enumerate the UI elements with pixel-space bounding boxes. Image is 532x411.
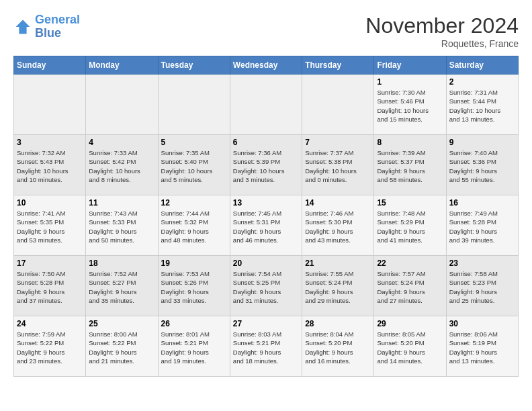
weekday-header-sunday: Sunday [14, 56, 86, 75]
logo-icon [13, 17, 32, 36]
week-row-3: 10Sunrise: 7:41 AM Sunset: 5:35 PM Dayli… [14, 195, 519, 256]
day-info: Sunrise: 7:44 AM Sunset: 5:32 PM Dayligh… [161, 209, 227, 244]
weekday-header-friday: Friday [374, 56, 446, 75]
calendar-cell: 19Sunrise: 7:53 AM Sunset: 5:26 PM Dayli… [158, 256, 230, 316]
day-info: Sunrise: 7:50 AM Sunset: 5:28 PM Dayligh… [17, 269, 83, 305]
calendar-cell: 16Sunrise: 7:49 AM Sunset: 5:28 PM Dayli… [446, 195, 518, 256]
day-info: Sunrise: 7:46 AM Sunset: 5:30 PM Dayligh… [305, 209, 371, 244]
calendar-cell: 29Sunrise: 8:05 AM Sunset: 5:20 PM Dayli… [374, 316, 446, 377]
day-number: 26 [161, 319, 227, 328]
calendar-cell: 8Sunrise: 7:39 AM Sunset: 5:37 PM Daylig… [374, 135, 446, 195]
calendar-cell [158, 75, 230, 135]
day-info: Sunrise: 7:41 AM Sunset: 5:35 PM Dayligh… [17, 209, 83, 244]
weekday-header-monday: Monday [86, 56, 158, 75]
month-title: November 2024 [365, 13, 519, 38]
day-info: Sunrise: 7:36 AM Sunset: 5:39 PM Dayligh… [233, 148, 299, 184]
week-row-1: 1Sunrise: 7:30 AM Sunset: 5:46 PM Daylig… [14, 75, 519, 135]
day-number: 27 [233, 319, 299, 328]
weekday-header-saturday: Saturday [446, 56, 518, 75]
calendar-cell: 22Sunrise: 7:57 AM Sunset: 5:24 PM Dayli… [374, 256, 446, 316]
day-info: Sunrise: 7:58 AM Sunset: 5:23 PM Dayligh… [449, 269, 515, 305]
weekday-header-row: SundayMondayTuesdayWednesdayThursdayFrid… [14, 56, 519, 75]
logo-text: General Blue [35, 13, 80, 40]
title-area: November 2024 Roquettes, France [365, 13, 519, 49]
calendar-cell: 6Sunrise: 7:36 AM Sunset: 5:39 PM Daylig… [230, 135, 302, 195]
day-info: Sunrise: 7:45 AM Sunset: 5:31 PM Dayligh… [233, 209, 299, 244]
day-number: 7 [305, 138, 371, 147]
day-number: 17 [17, 259, 83, 268]
day-number: 1 [377, 77, 443, 87]
day-info: Sunrise: 7:54 AM Sunset: 5:25 PM Dayligh… [233, 269, 299, 305]
calendar-table: SundayMondayTuesdayWednesdayThursdayFrid… [13, 56, 519, 377]
day-number: 22 [377, 259, 443, 268]
day-info: Sunrise: 7:48 AM Sunset: 5:29 PM Dayligh… [377, 209, 443, 244]
calendar-cell: 13Sunrise: 7:45 AM Sunset: 5:31 PM Dayli… [230, 195, 302, 256]
calendar-cell: 17Sunrise: 7:50 AM Sunset: 5:28 PM Dayli… [14, 256, 86, 316]
calendar-cell [86, 75, 158, 135]
day-number: 20 [233, 259, 299, 268]
day-info: Sunrise: 8:00 AM Sunset: 5:22 PM Dayligh… [89, 330, 154, 365]
calendar-cell: 25Sunrise: 8:00 AM Sunset: 5:22 PM Dayli… [86, 316, 158, 377]
day-number: 19 [161, 259, 227, 268]
day-number: 3 [17, 138, 83, 147]
day-info: Sunrise: 7:43 AM Sunset: 5:33 PM Dayligh… [89, 209, 154, 244]
day-number: 8 [377, 138, 443, 147]
day-number: 6 [233, 138, 299, 147]
day-number: 13 [233, 198, 299, 208]
day-info: Sunrise: 7:55 AM Sunset: 5:24 PM Dayligh… [305, 269, 371, 305]
svg-marker-0 [16, 19, 30, 34]
calendar-cell: 1Sunrise: 7:30 AM Sunset: 5:46 PM Daylig… [374, 75, 446, 135]
calendar-cell: 21Sunrise: 7:55 AM Sunset: 5:24 PM Dayli… [302, 256, 374, 316]
calendar-cell [230, 75, 302, 135]
day-number: 10 [17, 198, 83, 208]
calendar-cell: 14Sunrise: 7:46 AM Sunset: 5:30 PM Dayli… [302, 195, 374, 256]
calendar-cell: 3Sunrise: 7:32 AM Sunset: 5:43 PM Daylig… [14, 135, 86, 195]
calendar-cell: 15Sunrise: 7:48 AM Sunset: 5:29 PM Dayli… [374, 195, 446, 256]
day-info: Sunrise: 8:06 AM Sunset: 5:19 PM Dayligh… [449, 330, 515, 365]
day-info: Sunrise: 7:30 AM Sunset: 5:46 PM Dayligh… [377, 88, 443, 124]
day-number: 16 [449, 198, 515, 208]
logo: General Blue [13, 13, 80, 40]
day-info: Sunrise: 7:53 AM Sunset: 5:26 PM Dayligh… [161, 269, 227, 305]
calendar-cell: 7Sunrise: 7:37 AM Sunset: 5:38 PM Daylig… [302, 135, 374, 195]
day-info: Sunrise: 7:35 AM Sunset: 5:40 PM Dayligh… [161, 148, 227, 184]
day-info: Sunrise: 7:49 AM Sunset: 5:28 PM Dayligh… [449, 209, 515, 244]
calendar-cell: 30Sunrise: 8:06 AM Sunset: 5:19 PM Dayli… [446, 316, 518, 377]
day-number: 4 [89, 138, 154, 147]
day-number: 18 [89, 259, 154, 268]
logo-line2: Blue [35, 26, 61, 40]
day-number: 2 [449, 77, 515, 87]
day-info: Sunrise: 7:40 AM Sunset: 5:36 PM Dayligh… [449, 148, 515, 184]
calendar-cell: 2Sunrise: 7:31 AM Sunset: 5:44 PM Daylig… [446, 75, 518, 135]
day-number: 25 [89, 319, 154, 328]
day-info: Sunrise: 7:33 AM Sunset: 5:42 PM Dayligh… [89, 148, 154, 184]
day-number: 30 [449, 319, 515, 328]
day-number: 28 [305, 319, 371, 328]
day-number: 5 [161, 138, 227, 147]
calendar-cell: 24Sunrise: 7:59 AM Sunset: 5:22 PM Dayli… [14, 316, 86, 377]
day-number: 21 [305, 259, 371, 268]
weekday-header-wednesday: Wednesday [230, 56, 302, 75]
calendar-cell: 12Sunrise: 7:44 AM Sunset: 5:32 PM Dayli… [158, 195, 230, 256]
week-row-2: 3Sunrise: 7:32 AM Sunset: 5:43 PM Daylig… [14, 135, 519, 195]
day-info: Sunrise: 7:39 AM Sunset: 5:37 PM Dayligh… [377, 148, 443, 184]
week-row-5: 24Sunrise: 7:59 AM Sunset: 5:22 PM Dayli… [14, 316, 519, 377]
day-number: 23 [449, 259, 515, 268]
logo-line1: General [35, 13, 80, 26]
calendar-cell: 10Sunrise: 7:41 AM Sunset: 5:35 PM Dayli… [14, 195, 86, 256]
day-number: 15 [377, 198, 443, 208]
day-info: Sunrise: 8:05 AM Sunset: 5:20 PM Dayligh… [377, 330, 443, 365]
day-info: Sunrise: 7:37 AM Sunset: 5:38 PM Dayligh… [305, 148, 371, 184]
weekday-header-thursday: Thursday [302, 56, 374, 75]
day-info: Sunrise: 8:04 AM Sunset: 5:20 PM Dayligh… [305, 330, 371, 365]
calendar-cell: 27Sunrise: 8:03 AM Sunset: 5:21 PM Dayli… [230, 316, 302, 377]
calendar-cell: 5Sunrise: 7:35 AM Sunset: 5:40 PM Daylig… [158, 135, 230, 195]
day-info: Sunrise: 7:59 AM Sunset: 5:22 PM Dayligh… [17, 330, 83, 365]
header: General Blue November 2024 Roquettes, Fr… [13, 13, 519, 49]
calendar-cell: 4Sunrise: 7:33 AM Sunset: 5:42 PM Daylig… [86, 135, 158, 195]
day-number: 29 [377, 319, 443, 328]
day-number: 12 [161, 198, 227, 208]
calendar-cell: 9Sunrise: 7:40 AM Sunset: 5:36 PM Daylig… [446, 135, 518, 195]
calendar-cell: 26Sunrise: 8:01 AM Sunset: 5:21 PM Dayli… [158, 316, 230, 377]
weekday-header-tuesday: Tuesday [158, 56, 230, 75]
